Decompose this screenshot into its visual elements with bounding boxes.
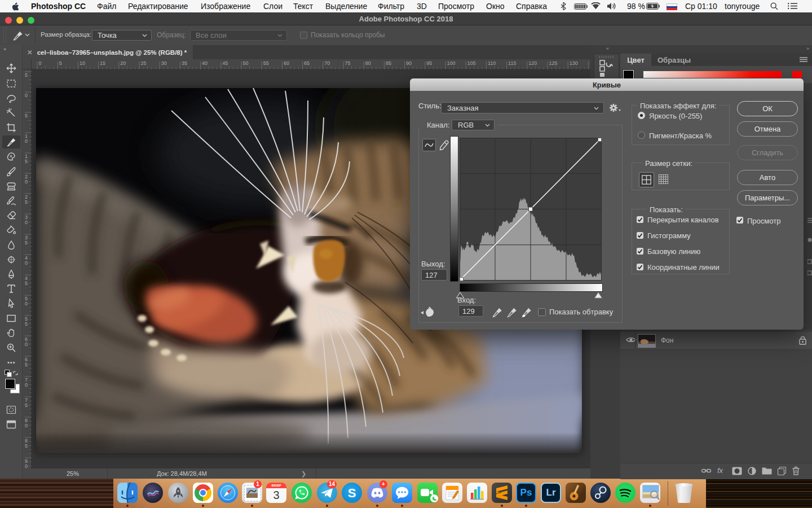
svg-text:110: 110: [488, 60, 496, 66]
svg-text:0: 0: [25, 382, 28, 388]
svg-text:0: 0: [25, 463, 28, 468]
svg-text:5: 5: [25, 113, 28, 119]
svg-text:0: 0: [25, 423, 28, 428]
svg-text:5: 5: [25, 402, 28, 408]
svg-text:35: 35: [182, 60, 187, 66]
svg-text:115: 115: [508, 60, 516, 66]
svg-text:5: 5: [25, 321, 28, 327]
svg-text:5: 5: [25, 443, 28, 449]
svg-text:0: 0: [25, 179, 28, 185]
svg-text:0: 0: [25, 260, 28, 266]
svg-text:0: 0: [25, 220, 28, 225]
svg-text:40: 40: [202, 60, 208, 66]
svg-text:5: 5: [59, 60, 62, 66]
svg-text:0: 0: [25, 93, 28, 98]
svg-text:5: 5: [25, 240, 28, 246]
svg-text:125: 125: [549, 60, 558, 66]
svg-text:5: 5: [25, 199, 28, 205]
svg-text:30: 30: [161, 60, 167, 66]
svg-text:5: 5: [25, 159, 28, 164]
svg-text:95: 95: [426, 60, 432, 66]
svg-text:0: 0: [39, 60, 42, 66]
svg-text:0: 0: [25, 301, 28, 306]
svg-text:65: 65: [304, 60, 310, 66]
svg-text:25: 25: [141, 60, 147, 66]
svg-text:5: 5: [25, 72, 28, 78]
svg-text:105: 105: [467, 60, 476, 66]
svg-text:45: 45: [222, 60, 228, 66]
svg-text:0: 0: [25, 341, 28, 347]
svg-text:20: 20: [120, 60, 126, 66]
svg-text:75: 75: [345, 60, 351, 66]
svg-text:5: 5: [25, 362, 28, 367]
svg-text:120: 120: [528, 60, 537, 66]
svg-text:90: 90: [406, 60, 412, 66]
svg-text:5: 5: [25, 281, 28, 286]
svg-text:130: 130: [570, 60, 578, 66]
svg-text:100: 100: [447, 60, 456, 66]
svg-text:60: 60: [284, 60, 289, 66]
svg-text:10: 10: [80, 60, 85, 66]
svg-text:70: 70: [324, 60, 330, 66]
svg-text:85: 85: [386, 60, 391, 66]
svg-text:55: 55: [263, 60, 269, 66]
svg-text:15: 15: [100, 60, 105, 66]
svg-text:80: 80: [365, 60, 371, 66]
svg-text:0: 0: [25, 138, 28, 144]
svg-text:50: 50: [243, 60, 249, 66]
